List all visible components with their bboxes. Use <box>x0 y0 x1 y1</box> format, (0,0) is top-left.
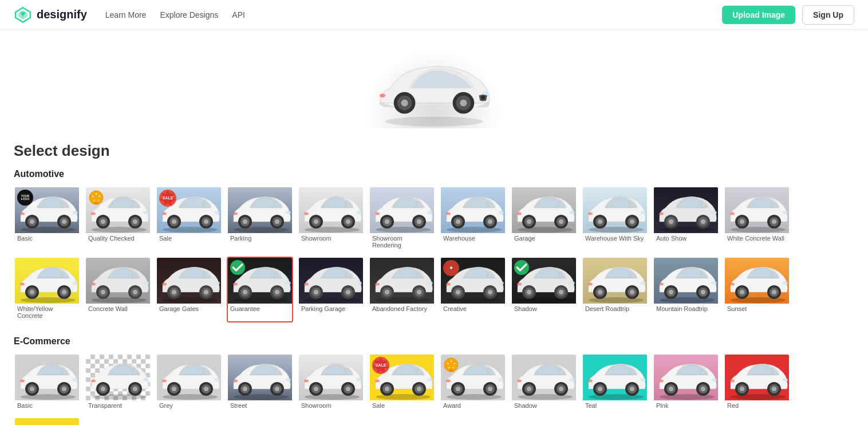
svg-point-81 <box>446 213 451 215</box>
svg-point-270 <box>417 387 421 391</box>
svg-point-124 <box>62 290 66 294</box>
svg-point-234 <box>91 380 96 383</box>
svg-point-224 <box>72 378 78 381</box>
design-card-label-showroom-rendering: Showroom Rendering <box>370 233 434 251</box>
design-card-ec-basic[interactable]: Basic <box>14 353 80 412</box>
svg-point-320 <box>782 378 788 381</box>
svg-point-34 <box>91 213 96 215</box>
design-card-warehouse-sky[interactable]: Warehouse With Sky <box>582 186 648 252</box>
svg-point-90 <box>517 213 522 215</box>
design-card-ec-sale[interactable]: SALE Sale <box>369 353 435 412</box>
design-card-concrete-wall[interactable]: Concrete Wall <box>85 257 151 322</box>
hero-section <box>0 30 868 142</box>
design-card-ec-pink[interactable]: Pink <box>653 353 719 412</box>
design-card-image-ec-shadow <box>512 355 577 400</box>
svg-point-319 <box>772 387 776 391</box>
nav-links: Learn More Explore Designs API <box>105 10 723 19</box>
svg-point-103 <box>669 219 673 224</box>
design-card-image-ec-sale: SALE <box>370 355 435 400</box>
svg-point-153 <box>233 283 238 286</box>
svg-point-175 <box>456 290 460 294</box>
svg-point-302 <box>640 378 646 381</box>
svg-point-310 <box>701 387 705 391</box>
nav-explore-designs[interactable]: Explore Designs <box>160 10 218 19</box>
svg-point-298 <box>598 387 602 391</box>
design-card-showroom-rendering[interactable]: Showroom Rendering <box>369 186 435 252</box>
design-card-parking-garage[interactable]: Parking Garage <box>298 257 364 322</box>
svg-point-242 <box>214 378 220 381</box>
design-card-desert-roadtrip[interactable]: Desert Roadtrip <box>582 257 648 322</box>
svg-point-21 <box>20 213 25 215</box>
design-card-auto-show[interactable]: Auto Show <box>653 186 719 252</box>
design-card-label-ec-showroom: Showroom <box>299 400 363 411</box>
svg-point-63 <box>304 213 309 215</box>
design-card-white-concrete-wall[interactable]: White Concrete Wall <box>724 186 790 252</box>
design-card-garage-gates[interactable]: Garage Gates <box>156 257 222 322</box>
upload-image-button[interactable]: Upload Image <box>722 6 795 24</box>
sale-badge: SALE <box>159 190 176 207</box>
nav-learn-more[interactable]: Learn More <box>105 10 147 19</box>
svg-point-49 <box>243 219 247 224</box>
svg-point-19 <box>62 219 66 224</box>
design-card-showroom[interactable]: Showroom <box>298 186 364 252</box>
svg-point-45 <box>162 213 167 215</box>
design-card-label-basic: Basic <box>15 233 79 244</box>
ecommerce-grid: Basic Transparent <box>14 353 854 425</box>
design-card-ec-grey[interactable]: Grey <box>156 353 222 412</box>
svg-point-80 <box>498 211 504 214</box>
design-card-image-white-yellow-concrete <box>15 258 80 304</box>
design-card-creative[interactable]: ✦ Creative <box>440 257 506 322</box>
svg-point-252 <box>233 380 238 383</box>
design-card-mountain-roadtrip[interactable]: Mountain Roadtrip <box>653 257 719 322</box>
design-card-image-quality-checked <box>86 187 151 233</box>
design-card-garage[interactable]: Garage <box>511 186 577 252</box>
design-card-ec-award[interactable]: Award <box>440 353 506 412</box>
design-card-guarantee[interactable]: Guarantee <box>227 257 293 322</box>
design-card-label-ec-award: Award <box>441 400 505 411</box>
design-card-sale[interactable]: SALE Sale <box>156 186 222 252</box>
design-card-image-ec-street <box>228 355 293 400</box>
svg-point-94 <box>598 219 602 224</box>
design-card-white-yellow-concrete[interactable]: White/Yellow Concrete <box>14 257 80 322</box>
design-card-ec-red[interactable]: Red <box>724 353 790 412</box>
svg-point-284 <box>498 378 504 381</box>
svg-point-121 <box>30 290 34 294</box>
svg-point-162 <box>304 283 309 286</box>
svg-point-223 <box>62 387 66 391</box>
design-card-quality-checked[interactable]: Quality Checked <box>85 186 151 252</box>
design-card-abandoned-factory[interactable]: Abandoned Factory <box>369 257 435 322</box>
svg-point-220 <box>30 387 34 391</box>
design-card-ec-street[interactable]: Street <box>227 353 293 412</box>
nav-api[interactable]: API <box>232 10 245 19</box>
design-card-parking[interactable]: Parking <box>227 186 293 252</box>
design-card-ec-showroom[interactable]: Showroom <box>298 353 364 412</box>
design-card-label-warehouse: Warehouse <box>441 233 505 244</box>
signup-button[interactable]: Sign Up <box>802 5 854 25</box>
design-card-ec-transparent[interactable]: Transparent <box>85 353 151 412</box>
design-card-sunset[interactable]: Sunset <box>724 257 790 322</box>
award-badge <box>88 190 104 206</box>
svg-point-32 <box>133 219 137 224</box>
svg-point-143 <box>214 281 220 285</box>
svg-point-79 <box>488 219 492 224</box>
design-card-basic[interactable]: YOURLOGO Basic <box>14 186 80 252</box>
design-card-image-ec-pink <box>654 355 719 400</box>
design-card-ec-teal[interactable]: Teal <box>582 353 648 412</box>
design-card-warehouse[interactable]: Warehouse <box>440 186 506 252</box>
design-card-ec-shadow[interactable]: Shadow <box>511 353 577 412</box>
svg-point-61 <box>346 219 350 224</box>
design-card-shadow[interactable]: Shadow <box>511 257 577 322</box>
svg-point-256 <box>314 387 318 391</box>
svg-point-76 <box>456 219 460 224</box>
svg-text:SALE: SALE <box>376 363 386 367</box>
svg-point-126 <box>20 283 25 286</box>
design-card-label-ec-shadow: Shadow <box>512 400 576 411</box>
svg-point-133 <box>133 290 137 294</box>
svg-point-243 <box>162 380 167 383</box>
logo[interactable]: designify <box>14 6 87 24</box>
svg-point-250 <box>275 387 279 391</box>
svg-point-166 <box>385 290 389 294</box>
design-card-ec-yellow[interactable]: Yellow <box>14 417 80 425</box>
svg-point-214 <box>772 290 776 294</box>
design-card-label-ec-grey: Grey <box>157 400 221 411</box>
